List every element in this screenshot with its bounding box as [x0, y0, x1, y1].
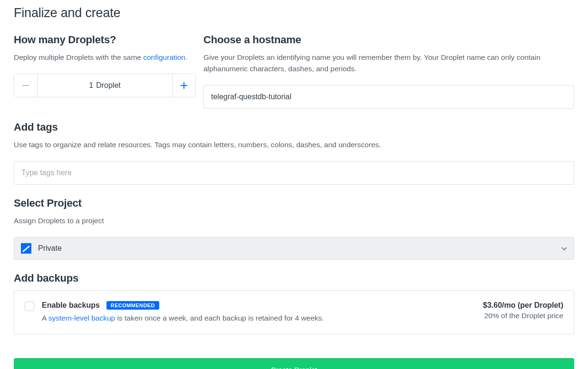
page-title: Finalize and create [14, 6, 574, 20]
backup-card: Enable backups RECOMMENDED A system-leve… [14, 290, 574, 334]
configuration-link[interactable]: configuration [143, 53, 185, 61]
project-selected-name: Private [38, 244, 561, 253]
create-droplet-button[interactable]: Create Droplet [14, 358, 574, 369]
droplet-count-heading: How many Droplets? [14, 34, 196, 46]
tags-input[interactable] [14, 161, 574, 185]
plus-icon [181, 82, 187, 89]
quantity-count: 1 [89, 81, 93, 90]
backups-heading: Add backups [14, 272, 574, 284]
decrement-button[interactable] [14, 74, 38, 97]
hostname-desc: Give your Droplets an identifying name y… [203, 52, 574, 75]
svg-rect-0 [22, 85, 29, 86]
project-heading: Select Project [14, 197, 574, 209]
backup-desc-suffix: is taken once a week, and each backup is… [115, 314, 324, 322]
project-icon [21, 243, 31, 254]
project-desc: Assign Droplets to a project [14, 215, 574, 227]
tags-heading: Add tags [14, 121, 574, 133]
droplet-count-desc-prefix: Deploy multiple Droplets with the same [14, 53, 143, 61]
hostname-heading: Choose a hostname [203, 34, 574, 46]
quantity-display: 1 Droplet [38, 74, 172, 97]
project-select[interactable]: Private [14, 237, 574, 260]
backup-desc: A system-level backup is taken once a we… [42, 312, 473, 323]
hostname-input[interactable] [203, 85, 574, 109]
increment-button[interactable] [172, 74, 195, 97]
backup-price-sub: 20% of the Droplet price [483, 312, 563, 320]
system-level-backup-link[interactable]: system-level backup [48, 314, 115, 322]
svg-rect-2 [181, 85, 187, 86]
enable-backups-checkbox[interactable] [25, 302, 34, 311]
quantity-stepper: 1 Droplet [14, 74, 196, 97]
enable-backups-label: Enable backups [42, 301, 100, 310]
backup-desc-prefix: A [42, 314, 48, 322]
recommended-badge: RECOMMENDED [106, 301, 159, 310]
chevron-down-icon [561, 245, 567, 252]
backup-price: $3.60/mo (per Droplet) [483, 301, 563, 310]
quantity-unit: Droplet [96, 81, 121, 90]
droplet-count-desc-suffix: . [185, 53, 187, 61]
minus-icon [22, 85, 29, 86]
droplet-count-desc: Deploy multiple Droplets with the same c… [14, 52, 196, 63]
tags-desc: Use tags to organize and relate resource… [14, 139, 574, 151]
